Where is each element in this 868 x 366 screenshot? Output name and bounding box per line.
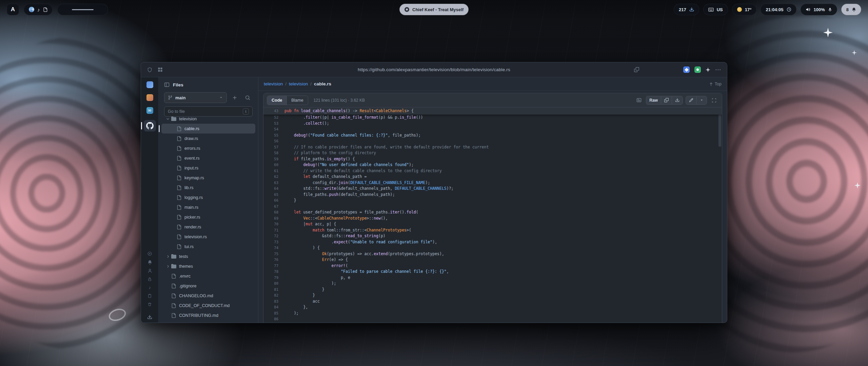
tree-item-draw.rs[interactable]: draw.rs	[161, 134, 255, 143]
tree-item-Cargo.lock[interactable]: Cargo.lock	[161, 320, 255, 323]
line-number[interactable]: 72	[263, 233, 284, 239]
tree-item-television[interactable]: television	[161, 117, 255, 124]
breadcrumb-folder[interactable]: television	[289, 81, 308, 86]
raw-button[interactable]: Raw	[646, 96, 661, 104]
user-icon[interactable]	[147, 268, 152, 273]
tree-item-lib.rs[interactable]: lib.rs	[161, 183, 255, 192]
tree-item-errors.rs[interactable]: errors.rs	[161, 143, 255, 153]
mail-icon[interactable]: ✉	[146, 107, 153, 114]
document-icon[interactable]	[43, 7, 47, 12]
line-number[interactable]: 74	[263, 245, 284, 251]
sticky-line-number[interactable]: 43	[263, 108, 284, 114]
weather-widget[interactable]: 17°	[732, 4, 757, 15]
media-player-widget[interactable]: Chief Keef - Treat Myself	[399, 4, 469, 15]
line-number[interactable]: 75	[263, 251, 284, 257]
line-number[interactable]: 70	[263, 221, 284, 227]
tree-item-tests[interactable]: tests	[161, 251, 255, 261]
line-number[interactable]: 59	[263, 156, 284, 162]
back-to-top-link[interactable]: Top	[709, 82, 722, 86]
line-number[interactable]: 77	[263, 263, 284, 269]
app-blue-icon[interactable]	[146, 81, 153, 88]
line-number[interactable]: 55	[263, 133, 284, 139]
chevron-right-icon[interactable]	[165, 264, 171, 268]
line-number[interactable]: 83	[263, 299, 284, 305]
tree-item-cable.rs[interactable]: cable.rs	[161, 124, 255, 134]
line-number[interactable]: 86	[263, 316, 284, 322]
address-bar[interactable]: https://github.com/alexpasmantier/televi…	[358, 67, 510, 72]
tree-item-main.rs[interactable]: main.rs	[161, 202, 255, 212]
tree-item-event.rs[interactable]: event.rs	[161, 153, 255, 163]
launcher-button[interactable]: A	[7, 4, 19, 15]
line-number[interactable]: 76	[263, 257, 284, 263]
tree-item-keymap.rs[interactable]: keymap.rs	[161, 173, 255, 183]
tab-github-active[interactable]	[144, 120, 156, 131]
audio-widget[interactable]: 100%	[801, 4, 837, 15]
panel-icon[interactable]	[634, 96, 643, 105]
tab-code[interactable]: Code	[267, 96, 287, 105]
extensions-icon[interactable]	[158, 67, 163, 72]
line-number[interactable]: 52	[263, 115, 284, 121]
line-number[interactable]: 78	[263, 269, 284, 275]
line-number[interactable]: 66	[263, 198, 284, 204]
line-number[interactable]: 64	[263, 186, 284, 192]
line-number[interactable]: 68	[263, 209, 284, 216]
line-number[interactable]: 60	[263, 162, 284, 168]
bell-icon[interactable]	[147, 260, 152, 265]
line-number[interactable]: 82	[263, 292, 284, 299]
download-icon[interactable]	[147, 314, 152, 320]
line-number[interactable]: 61	[263, 168, 284, 174]
line-number[interactable]: 65	[263, 192, 284, 198]
tree-item-CODE_OF_CONDUCT.md[interactable]: CODE_OF_CONDUCT.md	[161, 301, 255, 310]
trash-icon[interactable]	[147, 302, 152, 307]
tree-item-themes[interactable]: themes	[161, 261, 255, 271]
code-scrollbar[interactable]	[718, 109, 721, 147]
branch-selector[interactable]: main	[164, 92, 227, 103]
copy-icon[interactable]	[661, 96, 672, 104]
line-number[interactable]: 81	[263, 287, 284, 293]
fullscreen-icon[interactable]	[710, 96, 718, 105]
tree-item-television.rs[interactable]: television.rs	[161, 232, 255, 242]
line-number[interactable]: 57	[263, 144, 284, 150]
chevron-down-icon[interactable]	[165, 117, 171, 121]
tab-blame[interactable]: Blame	[287, 96, 308, 105]
line-number[interactable]: 85	[263, 310, 284, 317]
line-number[interactable]: 79	[263, 275, 284, 281]
line-number[interactable]: 58	[263, 150, 284, 156]
clipboard-icon[interactable]	[147, 293, 152, 298]
clock-widget[interactable]: 21:04:05	[761, 4, 796, 15]
line-number[interactable]: 62	[263, 174, 284, 180]
go-to-file-input[interactable]: Go to file t	[164, 106, 253, 117]
app-orange-icon[interactable]	[146, 94, 153, 101]
line-number[interactable]: 71	[263, 227, 284, 233]
breadcrumb-repo[interactable]: television	[264, 81, 283, 86]
line-number[interactable]: 67	[263, 204, 284, 210]
music-icon[interactable]: ♪	[149, 285, 151, 290]
color-wheel-icon[interactable]	[29, 7, 34, 12]
lock-icon[interactable]	[147, 277, 152, 282]
tree-item-picker.rs[interactable]: picker.rs	[161, 212, 255, 222]
ext-green-icon[interactable]	[694, 66, 701, 73]
line-number[interactable]: 54	[263, 126, 284, 133]
panel-icon[interactable]	[164, 82, 170, 87]
tree-item-logging.rs[interactable]: logging.rs	[161, 192, 255, 202]
tree-item-input.rs[interactable]: input.rs	[161, 163, 255, 173]
line-number[interactable]: 69	[263, 216, 284, 222]
edit-icon[interactable]	[686, 96, 696, 104]
tree-item-.envrc[interactable]: .envrc	[161, 271, 255, 281]
sticky-context-line[interactable]: 43 pub fn load_cable_channels() -> Resul…	[263, 107, 722, 115]
updates-widget[interactable]: 217	[674, 4, 699, 15]
compass-icon[interactable]	[147, 251, 152, 256]
tree-item-tui.rs[interactable]: tui.rs	[161, 242, 255, 251]
line-number[interactable]: 73	[263, 239, 284, 245]
tree-item-CHANGELOG.md[interactable]: CHANGELOG.md	[161, 291, 255, 301]
line-number[interactable]: 53	[263, 121, 284, 127]
tree-item-.gitignore[interactable]: .gitignore	[161, 281, 255, 291]
more-menu-icon[interactable]: ⋯	[715, 67, 721, 73]
chevron-down-icon[interactable]	[696, 96, 707, 104]
ext-blue-icon[interactable]	[683, 66, 690, 73]
download-icon[interactable]	[672, 96, 683, 104]
music-note-icon[interactable]: ♪	[37, 7, 40, 13]
line-number[interactable]: 84	[263, 304, 284, 310]
line-number[interactable]: 56	[263, 138, 284, 144]
shield-icon[interactable]	[147, 67, 152, 73]
